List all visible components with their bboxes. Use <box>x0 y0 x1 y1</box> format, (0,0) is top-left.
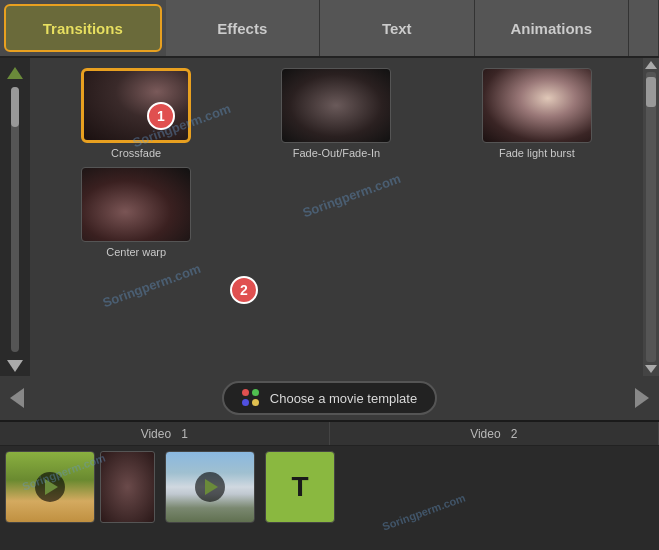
video1-thumbnail[interactable] <box>5 451 95 523</box>
tab-bar: Transitions Effects Text Animations <box>0 0 659 58</box>
dots-icon <box>242 389 260 407</box>
video1-play-icon <box>45 479 58 495</box>
tab-extra[interactable] <box>629 0 659 56</box>
right-scroll-up[interactable] <box>645 61 657 69</box>
right-scroll-track <box>646 72 656 362</box>
movie-template-label: Choose a movie template <box>270 391 417 406</box>
timeline-video2-header: Video 2 <box>330 422 660 445</box>
scroll-track <box>11 87 19 352</box>
transition-thumb-crossfade <box>81 68 191 143</box>
dot-blue <box>242 399 249 406</box>
transitions-panel: Crossfade Fade-Out/Fade-In Fade light bu… <box>0 58 659 376</box>
transition-item-fade-light[interactable]: Fade light burst <box>441 68 633 159</box>
app-container: Transitions Effects Text Animations C <box>0 0 659 550</box>
annotation-1: 1 <box>147 102 175 130</box>
transition-item-center-warp[interactable]: Center warp <box>40 167 232 258</box>
scroll-thumb[interactable] <box>11 87 19 127</box>
tab-animations[interactable]: Animations <box>475 0 630 56</box>
movie-template-bar: Choose a movie template <box>0 376 659 420</box>
transition-label-fade-light: Fade light burst <box>499 147 575 159</box>
video2-thumbnail[interactable] <box>165 451 255 523</box>
transition-thumb-fade-out-in <box>281 68 391 143</box>
right-scrollbar <box>643 58 659 376</box>
arrow-left-icon <box>10 388 24 408</box>
annotation-2: 2 <box>230 276 258 304</box>
video2-play-button[interactable] <box>195 472 225 502</box>
tab-effects[interactable]: Effects <box>166 0 321 56</box>
tab-text[interactable]: Text <box>320 0 475 56</box>
scroll-up-arrow[interactable] <box>7 67 23 79</box>
arrow-right-icon <box>635 388 649 408</box>
dot-red <box>242 389 249 396</box>
scroll-down-arrow[interactable] <box>7 360 23 372</box>
left-scrollbar <box>0 58 30 376</box>
right-scroll-thumb[interactable] <box>646 77 656 107</box>
timeline-area: Video 1 Video 2 <box>0 420 659 550</box>
transition-thumb-center-warp <box>81 167 191 242</box>
video1-play-button[interactable] <box>35 472 65 502</box>
transition-item-crossfade[interactable]: Crossfade <box>40 68 232 159</box>
transition-label-fade-out-in: Fade-Out/Fade-In <box>293 147 380 159</box>
transition-thumb-fade-light <box>482 68 592 143</box>
transition-item-fade-out-in[interactable]: Fade-Out/Fade-In <box>240 68 432 159</box>
transition-label-crossfade: Crossfade <box>111 147 161 159</box>
timeline-tracks: T Soringperm.com Soringperm.com <box>0 446 659 550</box>
timeline-video1-header: Video 1 <box>0 422 330 445</box>
right-scroll-down[interactable] <box>645 365 657 373</box>
transitions-grid: Crossfade Fade-Out/Fade-In Fade light bu… <box>30 58 643 376</box>
text-thumbnail[interactable]: T <box>265 451 335 523</box>
movie-template-button[interactable]: Choose a movie template <box>222 381 437 415</box>
watermark-timeline-2: Soringperm.com <box>381 491 467 532</box>
dot-green <box>252 389 259 396</box>
timeline-header: Video 1 Video 2 <box>0 422 659 446</box>
video2-play-icon <box>205 479 218 495</box>
transition-drop-slot[interactable] <box>100 451 155 523</box>
dot-yellow <box>252 399 259 406</box>
tab-transitions[interactable]: Transitions <box>4 4 162 52</box>
transition-label-center-warp: Center warp <box>106 246 166 258</box>
text-thumb-label: T <box>291 471 308 503</box>
